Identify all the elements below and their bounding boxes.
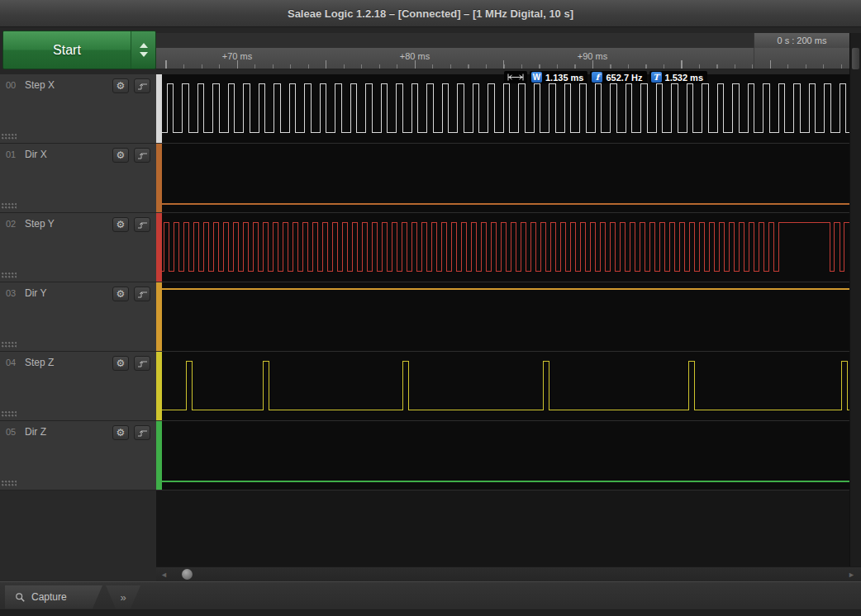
waveform-band[interactable]: [156, 144, 849, 213]
waveform: [162, 421, 849, 490]
width-badge: W: [531, 72, 542, 83]
waveform-band[interactable]: [156, 213, 849, 282]
timeline-tick-label: +90 ms: [578, 51, 607, 61]
channel-trigger-button[interactable]: [134, 148, 150, 163]
vertical-scrollbar-thumb[interactable]: [852, 48, 859, 69]
channel-settings-button[interactable]: ⚙: [112, 425, 129, 440]
channel-name: Dir X: [25, 149, 47, 160]
vertical-scrollbar[interactable]: [849, 33, 861, 566]
trigger-edge-icon: [137, 82, 148, 91]
channel-drag-handle[interactable]: [2, 272, 17, 279]
start-control: Start: [2, 31, 156, 69]
ruler-divider: [754, 48, 754, 69]
magnifier-icon: [15, 592, 26, 603]
time-range-label: 0 s : 200 ms: [778, 36, 827, 45]
bottom-strip: [0, 609, 861, 616]
frequency-badge: f: [592, 72, 602, 83]
measurement-width: W 1.135 ms: [530, 71, 587, 83]
trigger-edge-icon: [137, 220, 148, 230]
channel-number: 04: [6, 358, 16, 367]
width-value: 1.135 ms: [545, 73, 583, 83]
measurement-tooltip: W 1.135 ms f 652.7 Hz T 1.532 ms: [504, 71, 707, 83]
period-value: 1.532 ms: [665, 73, 703, 83]
channel-row: 05 Dir Z ⚙: [0, 421, 156, 490]
channel-color-strip: [156, 352, 162, 420]
channel-drag-handle[interactable]: [2, 342, 17, 348]
tab-more[interactable]: »: [106, 585, 140, 609]
channel-settings-button[interactable]: ⚙: [112, 148, 129, 163]
channel-drag-handle[interactable]: [2, 134, 17, 140]
sidebar-empty-area: [0, 490, 156, 581]
waveform: [162, 144, 849, 213]
scroll-right-icon[interactable]: ►: [848, 567, 855, 582]
channel-trigger-button[interactable]: [134, 356, 150, 371]
channel-row: 03 Dir Y ⚙: [0, 282, 156, 352]
channel-settings-button[interactable]: ⚙: [112, 78, 129, 93]
channel-name: Step Z: [25, 357, 54, 368]
channel-number: 02: [6, 219, 16, 229]
timeline-header: 0 s : 200 ms: [156, 33, 849, 48]
channel-trigger-button[interactable]: [134, 425, 150, 440]
horizontal-scrollbar[interactable]: ◄ ►: [156, 566, 861, 581]
trigger-edge-icon: [137, 359, 148, 368]
channel-settings-button[interactable]: ⚙: [112, 356, 129, 371]
waveform-band[interactable]: [156, 282, 849, 352]
waveform-band[interactable]: [156, 74, 849, 144]
measure-arrows-icon: [504, 71, 527, 83]
time-range-display: 0 s : 200 ms: [754, 33, 849, 48]
measurement-frequency: f 652.7 Hz: [590, 71, 646, 83]
bottom-tab-bar: Capture »: [0, 581, 861, 609]
channel-drag-handle[interactable]: [2, 203, 17, 210]
gear-icon: ⚙: [117, 358, 126, 368]
channel-settings-button[interactable]: ⚙: [112, 287, 129, 301]
chevrons-right-icon: »: [120, 591, 126, 604]
timeline-tick-label: +70 ms: [222, 51, 252, 61]
ruler-major-ticks: [156, 60, 849, 69]
channel-drag-handle[interactable]: [2, 411, 17, 418]
channel-color-strip: [156, 282, 162, 351]
channel-color-strip: [156, 144, 162, 212]
tab-capture-label: Capture: [31, 591, 67, 603]
period-badge: T: [651, 72, 662, 83]
channel-name: Dir Y: [25, 287, 46, 299]
channel-buttons: ⚙: [112, 356, 150, 371]
waveform: [162, 74, 849, 144]
channel-trigger-button[interactable]: [134, 217, 150, 232]
waveform: [162, 282, 849, 352]
gear-icon: ⚙: [117, 289, 126, 299]
start-button[interactable]: Start: [3, 31, 131, 69]
channel-trigger-button[interactable]: [134, 78, 150, 93]
timeline-ruler[interactable]: +70 ms+80 ms+90 ms: [156, 48, 849, 69]
channel-settings-button[interactable]: ⚙: [112, 217, 129, 232]
channel-number: 00: [6, 80, 16, 90]
waveform-band[interactable]: [156, 352, 849, 421]
channel-number: 03: [6, 288, 16, 298]
channel-name: Step Y: [25, 218, 55, 230]
app-window: Saleae Logic 1.2.18 – [Connected] – [1 M…: [0, 0, 861, 616]
channel-drag-handle[interactable]: [2, 481, 17, 487]
channel-color-strip: [156, 213, 162, 282]
scroll-left-icon[interactable]: ◄: [160, 567, 168, 582]
channel-row: 04 Step Z ⚙: [0, 352, 156, 421]
channel-buttons: ⚙: [112, 217, 150, 232]
chevron-up-icon: [140, 43, 148, 48]
channel-row: 02 Step Y ⚙: [0, 213, 156, 282]
frequency-value: 652.7 Hz: [606, 73, 642, 83]
title-bar: Saleae Logic 1.2.18 – [Connected] – [1 M…: [0, 0, 861, 27]
waveform-band[interactable]: [156, 421, 849, 490]
gear-icon: ⚙: [117, 220, 126, 230]
tab-capture[interactable]: Capture: [5, 585, 102, 609]
chevron-down-icon: [140, 52, 148, 57]
trigger-edge-icon: [137, 290, 148, 299]
trigger-edge-icon: [137, 151, 148, 160]
channel-color-strip: [156, 74, 162, 143]
gear-icon: ⚙: [117, 150, 126, 160]
channel-name: Dir Z: [25, 426, 46, 438]
horizontal-scrollbar-thumb[interactable]: [182, 569, 193, 580]
trigger-edge-icon: [137, 429, 148, 438]
channel-buttons: ⚙: [112, 78, 150, 93]
channel-name: Step X: [25, 79, 55, 91]
plot-empty-area: [156, 490, 849, 566]
start-options-button[interactable]: [131, 31, 155, 69]
channel-trigger-button[interactable]: [134, 287, 150, 301]
